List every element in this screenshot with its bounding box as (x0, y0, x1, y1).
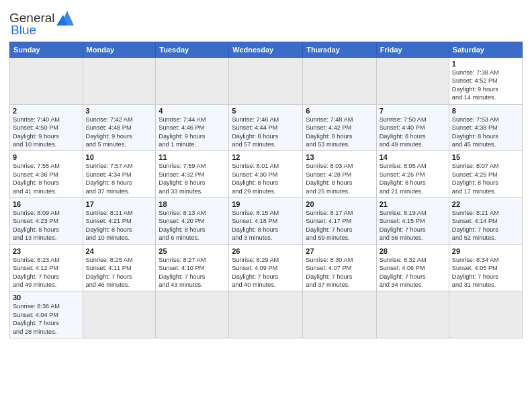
logo-icon (56, 9, 78, 27)
day-info: Sunrise: 8:34 AM Sunset: 4:05 PM Dayligh… (452, 256, 519, 289)
day-number: 5 (232, 107, 300, 115)
calendar-week-4: 16Sunrise: 8:09 AM Sunset: 4:23 PM Dayli… (10, 198, 523, 245)
day-info: Sunrise: 8:09 AM Sunset: 4:23 PM Dayligh… (13, 209, 80, 242)
day-number: 4 (159, 107, 226, 115)
calendar-cell: 13Sunrise: 8:03 AM Sunset: 4:28 PM Dayli… (303, 151, 376, 198)
weekday-header-row: SundayMondayTuesdayWednesdayThursdayFrid… (10, 42, 523, 58)
calendar-cell (303, 58, 376, 105)
day-info: Sunrise: 8:36 AM Sunset: 4:04 PM Dayligh… (13, 302, 80, 336)
day-info: Sunrise: 8:17 AM Sunset: 4:17 PM Dayligh… (306, 209, 373, 242)
calendar-week-1: 1Sunrise: 7:38 AM Sunset: 4:52 PM Daylig… (10, 58, 523, 105)
day-number: 14 (380, 153, 446, 161)
calendar-cell: 1Sunrise: 7:38 AM Sunset: 4:52 PM Daylig… (449, 58, 522, 105)
page: General Blue SundayMondayTuesdayWednesda… (0, 0, 532, 411)
calendar-body: 1Sunrise: 7:38 AM Sunset: 4:52 PM Daylig… (10, 58, 523, 338)
calendar-cell: 8Sunrise: 7:53 AM Sunset: 4:38 PM Daylig… (449, 104, 522, 151)
day-info: Sunrise: 7:53 AM Sunset: 4:38 PM Dayligh… (452, 116, 519, 149)
calendar-cell (449, 291, 522, 338)
day-info: Sunrise: 8:15 AM Sunset: 4:18 PM Dayligh… (232, 209, 300, 242)
day-number: 8 (452, 107, 519, 115)
day-number: 30 (13, 293, 80, 302)
calendar-cell: 19Sunrise: 8:15 AM Sunset: 4:18 PM Dayli… (229, 198, 303, 245)
calendar-cell: 5Sunrise: 7:46 AM Sunset: 4:44 PM Daylig… (229, 104, 303, 151)
calendar-cell: 11Sunrise: 7:59 AM Sunset: 4:32 PM Dayli… (156, 151, 229, 198)
weekday-header-tuesday: Tuesday (156, 42, 229, 58)
calendar-cell: 22Sunrise: 8:21 AM Sunset: 4:14 PM Dayli… (449, 198, 522, 245)
day-number: 21 (380, 200, 446, 208)
day-info: Sunrise: 8:25 AM Sunset: 4:11 PM Dayligh… (86, 256, 153, 289)
calendar-cell: 6Sunrise: 7:48 AM Sunset: 4:42 PM Daylig… (303, 104, 376, 151)
day-info: Sunrise: 8:21 AM Sunset: 4:14 PM Dayligh… (452, 209, 519, 242)
calendar-cell: 9Sunrise: 7:55 AM Sunset: 4:36 PM Daylig… (10, 151, 83, 198)
calendar-cell (156, 291, 229, 338)
calendar-cell (10, 58, 83, 105)
calendar-week-3: 9Sunrise: 7:55 AM Sunset: 4:36 PM Daylig… (10, 151, 523, 198)
weekday-header-wednesday: Wednesday (229, 42, 303, 58)
calendar-cell: 17Sunrise: 8:11 AM Sunset: 4:21 PM Dayli… (83, 198, 156, 245)
day-number: 24 (86, 247, 153, 255)
calendar-cell: 16Sunrise: 8:09 AM Sunset: 4:23 PM Dayli… (10, 198, 83, 245)
calendar-week-5: 23Sunrise: 8:23 AM Sunset: 4:12 PM Dayli… (10, 244, 523, 291)
day-info: Sunrise: 8:30 AM Sunset: 4:07 PM Dayligh… (306, 256, 373, 289)
calendar-cell: 27Sunrise: 8:30 AM Sunset: 4:07 PM Dayli… (303, 244, 376, 291)
day-number: 13 (306, 153, 373, 161)
calendar-cell: 15Sunrise: 8:07 AM Sunset: 4:25 PM Dayli… (449, 151, 522, 198)
calendar-cell: 18Sunrise: 8:13 AM Sunset: 4:20 PM Dayli… (156, 198, 229, 245)
calendar-cell: 3Sunrise: 7:42 AM Sunset: 4:48 PM Daylig… (83, 104, 156, 151)
day-number: 26 (232, 247, 300, 255)
day-number: 17 (86, 200, 153, 208)
calendar-cell: 12Sunrise: 8:01 AM Sunset: 4:30 PM Dayli… (229, 151, 303, 198)
day-number: 27 (306, 247, 373, 255)
calendar-cell: 29Sunrise: 8:34 AM Sunset: 4:05 PM Dayli… (449, 244, 522, 291)
day-number: 6 (306, 107, 373, 115)
day-number: 20 (306, 200, 373, 208)
calendar-cell: 7Sunrise: 7:50 AM Sunset: 4:40 PM Daylig… (376, 104, 449, 151)
day-info: Sunrise: 8:05 AM Sunset: 4:26 PM Dayligh… (380, 162, 446, 195)
calendar-cell (83, 58, 156, 105)
day-number: 19 (232, 200, 300, 208)
day-info: Sunrise: 8:29 AM Sunset: 4:09 PM Dayligh… (232, 256, 300, 289)
day-number: 9 (13, 153, 80, 161)
logo-blue-text: Blue (11, 23, 36, 38)
calendar-cell: 25Sunrise: 8:27 AM Sunset: 4:10 PM Dayli… (156, 244, 229, 291)
calendar-cell: 2Sunrise: 7:40 AM Sunset: 4:50 PM Daylig… (10, 104, 83, 151)
calendar-cell: 21Sunrise: 8:19 AM Sunset: 4:15 PM Dayli… (376, 198, 449, 245)
calendar-cell: 24Sunrise: 8:25 AM Sunset: 4:11 PM Dayli… (83, 244, 156, 291)
day-info: Sunrise: 7:48 AM Sunset: 4:42 PM Dayligh… (306, 116, 373, 149)
calendar-cell (376, 58, 449, 105)
day-number: 23 (13, 247, 80, 255)
calendar-cell: 20Sunrise: 8:17 AM Sunset: 4:17 PM Dayli… (303, 198, 376, 245)
day-number: 15 (452, 153, 519, 161)
day-info: Sunrise: 7:42 AM Sunset: 4:48 PM Dayligh… (86, 116, 153, 149)
calendar-cell: 30Sunrise: 8:36 AM Sunset: 4:04 PM Dayli… (10, 291, 83, 338)
weekday-header-friday: Friday (376, 42, 449, 58)
day-info: Sunrise: 7:50 AM Sunset: 4:40 PM Dayligh… (380, 116, 446, 149)
day-info: Sunrise: 8:13 AM Sunset: 4:20 PM Dayligh… (159, 209, 226, 242)
day-info: Sunrise: 7:57 AM Sunset: 4:34 PM Dayligh… (86, 162, 153, 195)
day-number: 22 (452, 200, 519, 208)
day-info: Sunrise: 8:01 AM Sunset: 4:30 PM Dayligh… (232, 162, 300, 195)
calendar-cell: 10Sunrise: 7:57 AM Sunset: 4:34 PM Dayli… (83, 151, 156, 198)
calendar-table: SundayMondayTuesdayWednesdayThursdayFrid… (9, 42, 523, 338)
day-number: 16 (13, 200, 80, 208)
weekday-header-thursday: Thursday (303, 42, 376, 58)
day-number: 29 (452, 247, 519, 255)
day-info: Sunrise: 7:40 AM Sunset: 4:50 PM Dayligh… (13, 116, 80, 149)
calendar-cell (83, 291, 156, 338)
weekday-header-monday: Monday (83, 42, 156, 58)
day-number: 10 (86, 153, 153, 161)
day-info: Sunrise: 8:19 AM Sunset: 4:15 PM Dayligh… (380, 209, 446, 242)
weekday-header-saturday: Saturday (449, 42, 522, 58)
calendar-week-2: 2Sunrise: 7:40 AM Sunset: 4:50 PM Daylig… (10, 104, 523, 151)
day-number: 1 (452, 60, 519, 68)
day-info: Sunrise: 8:32 AM Sunset: 4:06 PM Dayligh… (380, 256, 446, 289)
day-info: Sunrise: 7:59 AM Sunset: 4:32 PM Dayligh… (159, 162, 226, 195)
day-info: Sunrise: 7:46 AM Sunset: 4:44 PM Dayligh… (232, 116, 300, 149)
calendar-cell (229, 291, 303, 338)
day-number: 28 (380, 247, 446, 255)
day-info: Sunrise: 8:27 AM Sunset: 4:10 PM Dayligh… (159, 256, 226, 289)
calendar-cell (376, 291, 449, 338)
day-info: Sunrise: 8:03 AM Sunset: 4:28 PM Dayligh… (306, 162, 373, 195)
header: General Blue (9, 7, 523, 38)
calendar-cell: 4Sunrise: 7:44 AM Sunset: 4:46 PM Daylig… (156, 104, 229, 151)
